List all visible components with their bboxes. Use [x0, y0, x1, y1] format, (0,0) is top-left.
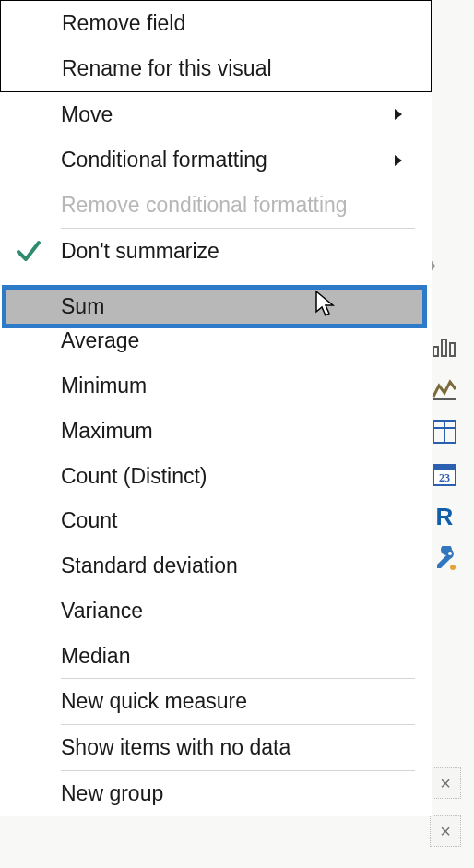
menu-item-dont-summarize[interactable]: Don't summarize [0, 229, 432, 274]
r-visual-icon[interactable]: R [432, 504, 457, 529]
menu-item-label: Show items with no data [61, 734, 415, 761]
menu-item-label: Maximum [61, 418, 415, 445]
menu-item-label: Remove conditional formatting [61, 192, 415, 219]
menu-item-variance[interactable]: Variance [0, 589, 432, 634]
svg-rect-8 [433, 465, 456, 470]
svg-rect-0 [433, 347, 438, 356]
key-influencers-icon[interactable] [432, 546, 457, 572]
menu-item-label: Conditional formatting [61, 147, 415, 173]
menu-item-maximum[interactable]: Maximum [0, 409, 432, 454]
field-close-button-1[interactable]: × [430, 767, 461, 799]
menu-item-label: Variance [61, 598, 415, 624]
calendar-icon[interactable]: 23 [432, 461, 457, 487]
chevron-right-icon [393, 153, 404, 168]
close-icon: × [440, 773, 451, 794]
column-chart-icon[interactable] [432, 334, 457, 360]
menu-item-minimum[interactable]: Minimum [0, 363, 432, 409]
menu-item-label: Move [61, 101, 415, 128]
svg-rect-1 [442, 339, 446, 356]
field-close-button-2[interactable]: × [430, 815, 461, 847]
svg-text:23: 23 [439, 471, 450, 484]
menu-item-sum-highlighted[interactable]: Sum [2, 285, 427, 328]
chevron-right-icon [393, 107, 404, 122]
menu-item-label: New quick measure [61, 688, 415, 715]
menu-item-label: Standard deviation [61, 553, 415, 579]
menu-item-remove-field[interactable]: Remove field [0, 0, 432, 46]
table-icon[interactable] [432, 419, 457, 445]
menu-item-median[interactable]: Median [0, 634, 432, 679]
menu-item-count[interactable]: Count [0, 498, 432, 543]
menu-item-label: Rename for this visual [62, 55, 414, 82]
close-icon: × [440, 821, 451, 842]
checkmark-icon [15, 237, 42, 265]
menu-item-remove-conditional-formatting: Remove conditional formatting [0, 183, 432, 228]
menu-item-label: Don't summarize [61, 238, 415, 265]
menu-item-label: Remove field [62, 10, 414, 37]
svg-point-10 [448, 552, 452, 555]
menu-item-move[interactable]: Move [0, 92, 432, 137]
menu-item-label: Average [61, 327, 415, 354]
svg-rect-2 [450, 343, 455, 356]
ribbon-chart-icon[interactable] [432, 376, 457, 402]
visualizations-icons-column: 23 R [432, 334, 463, 572]
menu-item-label: Count [61, 507, 415, 534]
field-context-menu: Remove field Rename for this visual Move… [0, 0, 432, 816]
menu-item-new-group[interactable]: New group [0, 771, 432, 816]
menu-item-rename-for-visual[interactable]: Rename for this visual [0, 46, 432, 92]
r-visual-label: R [436, 503, 454, 531]
menu-item-label: New group [61, 780, 415, 807]
menu-item-label: Count (Distinct) [61, 463, 415, 490]
stage: 23 R × × Remove field Rename for this vi… [0, 0, 474, 868]
svg-point-11 [450, 565, 456, 570]
menu-item-label: Minimum [61, 373, 415, 399]
menu-item-label: Median [61, 643, 415, 670]
menu-item-new-quick-measure[interactable]: New quick measure [0, 679, 432, 724]
menu-item-standard-deviation[interactable]: Standard deviation [0, 543, 432, 589]
menu-item-show-items-no-data[interactable]: Show items with no data [0, 725, 432, 770]
menu-item-label: Sum [61, 294, 104, 319]
menu-item-conditional-formatting[interactable]: Conditional formatting [0, 137, 432, 183]
menu-item-count-distinct[interactable]: Count (Distinct) [0, 454, 432, 499]
